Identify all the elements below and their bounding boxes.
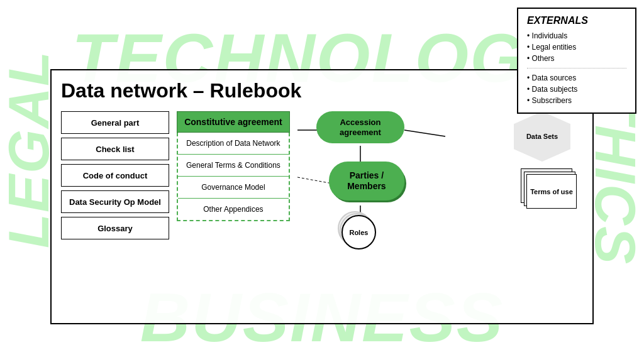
constitutive-column: Constitutive agreement Description of Da… [177, 111, 290, 221]
right-diagram: Accession agreement Parties / Members Ro… [297, 111, 583, 287]
externals-group2: Data sources Data subjects Subscribers [527, 72, 626, 106]
externals-title: EXTERNALS [527, 15, 626, 26]
list-item-security: Data Security Op Model [61, 190, 169, 213]
terms-stack: Terms of use [526, 174, 577, 209]
externals-item-datasubjects: Data subjects [527, 84, 626, 95]
externals-item-datasources: Data sources [527, 72, 626, 84]
list-item-conduct: Code of conduct [61, 164, 169, 187]
main-container: Data network – Rulebook General part Che… [50, 69, 594, 324]
list-item-checklist: Check list [61, 138, 169, 160]
content-area: General part Check list Code of conduct … [61, 111, 583, 287]
list-item-glossary: Glossary [61, 217, 169, 239]
externals-box: EXTERNALS Individuals Legal entities Oth… [517, 8, 636, 114]
list-item-general: General part [61, 111, 169, 134]
constitutive-items: Description of Data Network General Term… [177, 133, 290, 221]
constitutive-item-appendices: Other Appendices [178, 199, 289, 220]
accession-pill: Accession agreement [316, 111, 404, 143]
externals-group1: Individuals Legal entities Others [527, 30, 626, 64]
datasets-hex-shape: Data Sets [514, 111, 570, 162]
watermark-legal: LEGAL [5, 50, 53, 248]
constitutive-item-governance: Governance Model [178, 177, 289, 199]
parties-pill: Parties / Members [329, 162, 404, 200]
svg-line-4 [297, 177, 332, 184]
parties-stack: Parties / Members [329, 162, 404, 200]
constitutive-item-terms: General Terms & Conditions [178, 155, 289, 177]
externals-divider [527, 68, 626, 69]
constitutive-item-description: Description of Data Network [178, 133, 289, 155]
externals-item-legal: Legal entities [527, 41, 626, 53]
constitutive-header: Constitutive agreement [177, 111, 290, 133]
terms-rect: Terms of use [526, 174, 577, 209]
svg-line-3 [404, 130, 445, 136]
page-title: Data network – Rulebook [61, 80, 583, 102]
left-column: General part Check list Code of conduct … [61, 111, 169, 239]
roles-stack: Roles [341, 215, 376, 250]
roles-circle: Roles [341, 215, 376, 250]
externals-item-others: Others [527, 53, 626, 64]
datasets-hexagon: Data Sets [514, 111, 570, 162]
externals-item-individuals: Individuals [527, 30, 626, 41]
externals-item-subscribers: Subscribers [527, 95, 626, 106]
